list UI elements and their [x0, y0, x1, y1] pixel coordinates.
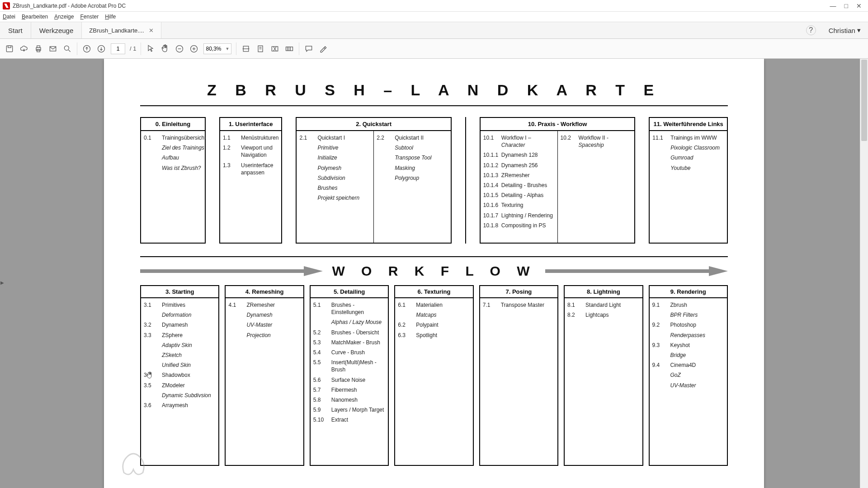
menu-anzeige[interactable]: Anzeige	[54, 14, 74, 20]
zoom-select[interactable]: 80,3% ▼	[203, 43, 231, 54]
toc-entry: 5.2Brushes - Übersicht	[313, 328, 385, 338]
top-row: 0. Einleitung0.1TrainingsübersichtZiel d…	[140, 117, 728, 244]
toc-entry: 2.2Quickstart II	[377, 133, 448, 143]
card-head: 1. Userinterface	[220, 118, 281, 131]
user-name: Christian	[829, 27, 855, 34]
zoom-out-icon[interactable]	[175, 44, 184, 54]
read-mode-icon[interactable]	[284, 44, 294, 54]
toc-entry: 5.1Brushes - Einstellungen	[313, 300, 385, 317]
zoom-in-icon[interactable]	[189, 44, 199, 54]
toc-entry: 5.10Extract	[313, 415, 385, 425]
toc-card: 2. Quickstart2.1Quickstart IPrimitiveIni…	[296, 117, 451, 244]
workflow-card: 7. Posing7.1Transpose Master	[479, 285, 558, 466]
help-icon[interactable]: ?	[806, 25, 816, 35]
save-icon[interactable]	[5, 44, 14, 54]
scrollbar[interactable]	[860, 59, 868, 488]
minimize-button[interactable]: —	[830, 2, 836, 9]
cloud-icon[interactable]	[19, 44, 29, 54]
arrow-left	[140, 268, 323, 274]
toc-entry: Polymesh	[299, 163, 371, 173]
toc-entry: 3.2Dynamesh	[144, 320, 216, 330]
toc-entry: 6.2Polypaint	[398, 320, 470, 330]
toc-entry: Aufbau	[144, 153, 206, 163]
scrollbar-thumb[interactable]	[861, 60, 867, 141]
svg-rect-5	[50, 47, 56, 51]
toc-card: 0. Einleitung0.1TrainingsübersichtZiel d…	[140, 117, 206, 244]
user-menu[interactable]: Christian ▾	[821, 22, 868, 38]
svg-rect-4	[37, 49, 40, 52]
fit-page-icon[interactable]	[255, 44, 265, 54]
tab-document-label: ZBrush_Landkarte....	[89, 27, 144, 34]
card-head: 7. Posing	[480, 286, 557, 298]
toc-entry: 8.1Standard Light	[567, 300, 639, 310]
close-button[interactable]: ✕	[856, 2, 862, 9]
pdf-page: Z B R U S H – L A N D K A R T E 0. Einle…	[104, 59, 764, 488]
sidepanel-handle[interactable]: ▶	[0, 273, 5, 291]
toc-entry: Polygroup	[377, 173, 448, 183]
card-head: 3. Starting	[141, 286, 218, 298]
workflow-card: 6. Texturing6.1MaterialienMatcaps6.2Poly…	[394, 285, 473, 466]
menu-datei[interactable]: Datei	[3, 14, 15, 20]
card-head: 4. Remeshing	[226, 286, 303, 298]
tab-close-icon[interactable]: ✕	[149, 27, 154, 34]
zoom-value: 80,3%	[206, 46, 221, 52]
svg-rect-3	[37, 46, 40, 47]
workflow-card: 5. Detailing5.1Brushes - EinstellungenAl…	[310, 285, 389, 466]
page-down-icon[interactable]	[96, 44, 106, 54]
toc-entry: Projekt speichern	[299, 193, 371, 203]
tabbar: Start Werkzeuge ZBrush_Landkarte.... ✕ ?…	[0, 22, 868, 39]
pointer-icon[interactable]	[146, 44, 156, 54]
svg-rect-14	[286, 47, 293, 50]
toc-entry: 4.1ZRemesher	[228, 300, 300, 310]
toc-entry: 5.4Curve - Brush	[313, 347, 385, 357]
comment-icon[interactable]	[304, 44, 314, 54]
print-icon[interactable]	[33, 44, 43, 54]
highlight-icon[interactable]	[318, 44, 328, 54]
toc-entry: 5.8Nanomesh	[313, 395, 385, 405]
tab-document[interactable]: ZBrush_Landkarte.... ✕	[82, 22, 161, 38]
toc-entry: 10.1.2Dynamesh 256	[483, 160, 555, 170]
chevron-down-icon: ▼	[226, 47, 230, 51]
toc-entry: 10.1.8Compositing in PS	[483, 221, 555, 230]
menu-bearbeiten[interactable]: Bearbeiten	[22, 14, 48, 20]
toc-entry: 1.3Userinterface anpassen	[223, 160, 278, 178]
maximize-button[interactable]: □	[844, 2, 848, 9]
hand-icon[interactable]	[160, 44, 170, 54]
toc-entry: 10.1.6Texturing	[483, 200, 555, 210]
toc-entry: 5.7Fibermesh	[313, 385, 385, 395]
fit-width-icon[interactable]	[241, 44, 251, 54]
search-icon[interactable]	[62, 44, 72, 54]
workflow-title: W O R K F L O W	[332, 263, 536, 279]
workflow-card: 8. Lightning8.1Standard Light8.2Lightcap…	[564, 285, 643, 466]
menu-fenster[interactable]: Fenster	[80, 14, 99, 20]
rule	[140, 256, 728, 257]
toc-entry: 9.4Cinema4D	[652, 360, 724, 370]
fit-visible-icon[interactable]	[270, 44, 280, 54]
toc-entry: Brushes	[299, 183, 371, 193]
toc-entry: 10.1.7Lightning / Rendering	[483, 211, 555, 221]
toc-entry: 9.2Photoshop	[652, 320, 724, 330]
mail-icon[interactable]	[48, 44, 58, 54]
toc-entry: Unified Skin	[144, 360, 216, 370]
tab-start[interactable]: Start	[0, 22, 31, 38]
app-icon	[3, 2, 10, 9]
workflow-card: 4. Remeshing4.1ZRemesherDynameshUV-Maste…	[225, 285, 304, 466]
toc-entry: 3.1Primitives	[144, 300, 216, 310]
menu-hilfe[interactable]: Hilfe	[105, 14, 116, 20]
toc-entry: 2.1Quickstart I	[299, 133, 371, 143]
card-head: 9. Rendering	[650, 286, 727, 298]
card-head: 10. Praxis - Workflow	[481, 118, 634, 131]
page-up-icon[interactable]	[82, 44, 92, 54]
toc-entry: Pixologic Classroom	[652, 143, 724, 153]
window-title: ZBrush_Landkarte.pdf - Adobe Acrobat Pro…	[13, 3, 830, 9]
toc-entry: Masking	[377, 163, 448, 173]
page-input[interactable]	[111, 43, 125, 54]
toc-entry: Youtube	[652, 163, 724, 173]
toc-entry: Subtool	[377, 143, 448, 153]
toc-entry: UV-Master	[652, 380, 724, 390]
viewport[interactable]: ▶ Z B R U S H – L A N D K A R T E 0. Ein…	[0, 59, 868, 488]
toc-entry: 10.1Workflow I – Character	[483, 133, 555, 150]
toolbar: / 1 80,3% ▼	[0, 39, 868, 59]
tab-tools[interactable]: Werkzeuge	[31, 22, 82, 38]
toc-entry: 3.5ZModeler	[144, 380, 216, 390]
